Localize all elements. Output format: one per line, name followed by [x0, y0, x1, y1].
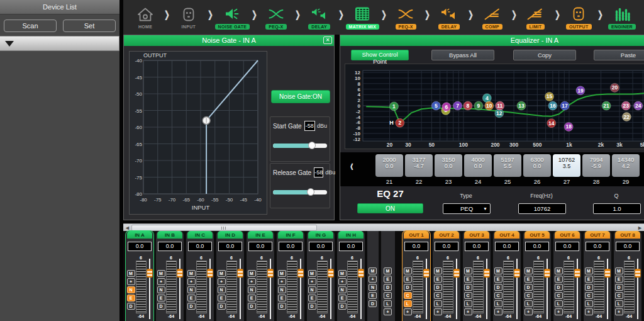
toolbar-item-limit[interactable]: LIMIT	[518, 5, 552, 30]
channel-label[interactable]: IN C	[187, 231, 213, 239]
strip-button-n[interactable]: N	[157, 286, 165, 293]
fader-track[interactable]	[453, 259, 460, 321]
band-cell-27[interactable]: 107623.527	[553, 154, 580, 185]
strip-button-plus[interactable]: +	[494, 308, 502, 315]
toolbar-item-enginer[interactable]: ENGINER	[605, 5, 639, 30]
strip-button-m[interactable]: M	[464, 268, 472, 274]
strip-button-plus[interactable]: +	[585, 308, 593, 315]
strip-button-c[interactable]: C	[555, 292, 563, 299]
toolbar-item-output[interactable]: OUTPUT	[562, 5, 596, 30]
fader-handle[interactable]	[604, 269, 611, 278]
channel-label[interactable]: OUT 2	[434, 231, 459, 239]
strip-button-c[interactable]: C	[615, 292, 623, 299]
strip-button-d[interactable]: D	[338, 303, 347, 310]
fader-handle[interactable]	[207, 269, 213, 278]
mixer-scrollbar[interactable]: ◄ ►	[123, 223, 644, 231]
strip-button-m[interactable]: M	[248, 270, 256, 277]
eq-control-point-7[interactable]: 7	[453, 101, 462, 110]
strip-button-d[interactable]: D	[248, 303, 256, 310]
fader-handle[interactable]	[453, 269, 460, 278]
eq-control-point-5[interactable]: 5	[431, 101, 440, 110]
gain-value-field[interactable]: 0.0	[339, 242, 363, 251]
eq-control-point-11[interactable]: 11	[496, 101, 504, 110]
fader-track[interactable]	[514, 259, 520, 321]
channel-label[interactable]: OUT 8	[615, 231, 640, 239]
gain-value-field[interactable]: 0.0	[495, 242, 519, 251]
fader-track[interactable]	[574, 259, 580, 321]
strip-button-l[interactable]: L	[434, 300, 442, 307]
channel-strip-in-h[interactable]: IN H0.0M+NED6-64	[337, 231, 365, 321]
strip-button-d[interactable]: D	[157, 303, 165, 310]
strip-button-n[interactable]: N	[187, 286, 196, 293]
strip-button-e[interactable]: E	[157, 295, 165, 301]
strip-button-e[interactable]: E	[384, 276, 392, 283]
eq-control-point-6[interactable]: 6	[442, 103, 451, 111]
gain-value-field[interactable]: 0.0	[555, 242, 579, 251]
strip-button-n[interactable]: N	[369, 284, 377, 291]
toolbar-item-peq-x[interactable]: PEQ-X	[389, 5, 423, 30]
start-gate-slider[interactable]	[273, 144, 327, 148]
strip-button-d[interactable]: D	[308, 303, 316, 310]
eq-control-point-9[interactable]: 9	[474, 101, 483, 110]
strip-button-m[interactable]: M	[187, 270, 196, 277]
gain-value-field[interactable]: 0.0	[218, 242, 242, 251]
strip-button-plus[interactable]: +	[218, 278, 226, 285]
fader-handle[interactable]	[423, 269, 430, 278]
strip-button-d[interactable]: D	[585, 284, 593, 291]
eq-control-point-21[interactable]: 21	[602, 101, 611, 110]
strip-button-c[interactable]: C	[525, 292, 533, 299]
fader-track[interactable]	[207, 259, 213, 321]
eq-control-point-23[interactable]: 23	[621, 101, 630, 110]
fader-track[interactable]	[267, 259, 274, 321]
strip-button-l[interactable]: L	[555, 300, 563, 307]
paste-button[interactable]: Paste	[594, 50, 644, 60]
gain-value-field[interactable]: 0.0	[248, 242, 272, 251]
fader-handle[interactable]	[484, 269, 490, 278]
fader-handle[interactable]	[267, 269, 274, 278]
strip-button-plus[interactable]: +	[555, 308, 563, 315]
strip-button-d[interactable]: D	[369, 300, 377, 307]
channel-label[interactable]: IN B	[157, 231, 182, 239]
strip-button-m[interactable]: M	[127, 270, 135, 277]
toolbar-item-comp[interactable]: COMP	[475, 5, 509, 30]
strip-button-d[interactable]: D	[555, 284, 563, 291]
fader-track[interactable]	[358, 259, 364, 321]
strip-button-e[interactable]: E	[369, 292, 377, 299]
fader-track[interactable]	[423, 259, 430, 321]
strip-button-d[interactable]: D	[525, 284, 533, 291]
channel-label[interactable]: IN G	[308, 231, 333, 239]
fader-track[interactable]	[237, 259, 243, 321]
channel-strip-in-c[interactable]: IN C0.0M+NED6-64	[186, 231, 214, 321]
strip-button-c[interactable]: C	[404, 292, 412, 299]
strip-button-d[interactable]: D	[187, 303, 196, 310]
strip-button-plus[interactable]: +	[248, 278, 256, 285]
strip-button-l[interactable]: L	[404, 300, 412, 307]
toolbar-item-peq-x[interactable]: PEQ-X	[259, 5, 293, 30]
set-button[interactable]: Set	[63, 20, 116, 32]
channel-strip-in-a[interactable]: IN A0.0M+NED6-64	[126, 231, 153, 321]
strip-button-m[interactable]: M	[585, 268, 593, 274]
fader-handle[interactable]	[328, 269, 334, 278]
strip-button-e[interactable]: E	[494, 276, 502, 283]
strip-button-e[interactable]: E	[127, 295, 135, 301]
eq-response-graph[interactable]: 121086420-2-4-6-8-10-1220305010020030050…	[345, 64, 644, 149]
strip-button-m[interactable]: M	[218, 270, 226, 277]
channel-strip-out-3[interactable]: OUT 30.0MEDCL+6-64	[463, 231, 491, 321]
strip-button-c[interactable]: C	[494, 292, 502, 299]
device-dropdown[interactable]	[0, 36, 119, 51]
channel-strip-in-e[interactable]: IN E0.0M+NED6-64	[247, 231, 274, 321]
strip-button-plus[interactable]: +	[187, 278, 196, 285]
channel-strip-in-g[interactable]: IN G0.0M+NED6-64	[307, 231, 335, 321]
channel-strip-in-f[interactable]: IN F0.0M+NED6-64	[277, 231, 304, 321]
fader-handle[interactable]	[358, 269, 364, 278]
strip-button-n[interactable]: N	[218, 286, 226, 293]
strip-button-l[interactable]: L	[464, 300, 472, 307]
gain-value-field[interactable]: 0.0	[465, 242, 489, 251]
gain-value-field[interactable]: 0.0	[435, 242, 458, 251]
strip-button-m[interactable]: M	[157, 270, 165, 277]
channel-strip-out-6[interactable]: OUT 60.0MEDCL+6-64	[553, 231, 581, 321]
channel-label[interactable]: OUT 6	[555, 231, 580, 239]
strip-button-plus[interactable]: +	[157, 278, 165, 285]
channel-label[interactable]: IN E	[248, 231, 273, 239]
channel-strip-in-b[interactable]: IN B0.0M+NED6-64	[156, 231, 184, 321]
